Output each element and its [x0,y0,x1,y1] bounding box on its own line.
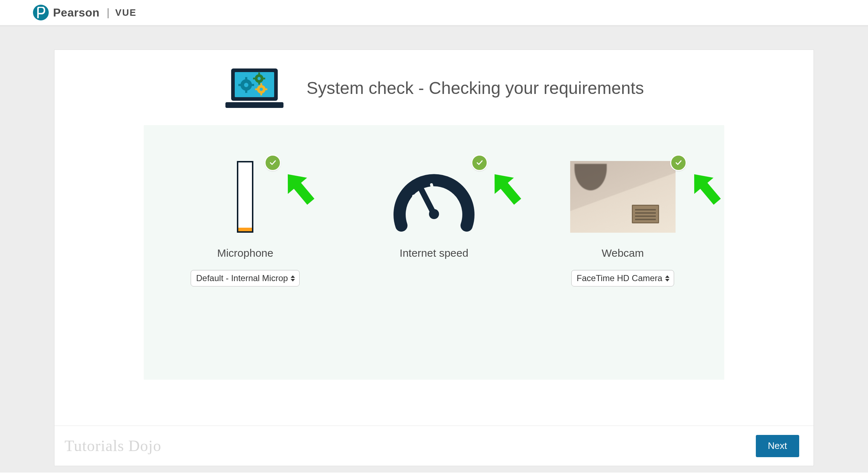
svg-rect-14 [263,78,265,80]
svg-line-26 [454,212,459,214]
title-row: System check - Checking your requirement… [54,66,814,109]
svg-point-16 [260,88,263,91]
check-webcam: Webcam FaceTime HD Camera [533,161,712,286]
svg-rect-12 [258,82,260,85]
app-header: Pearson | VUE [0,0,868,27]
gauge-icon [393,161,475,233]
microphone-label: Microphone [156,247,335,259]
svg-line-22 [410,213,415,215]
laptop-gears-icon [224,66,285,109]
svg-rect-5 [245,77,247,80]
svg-line-23 [414,196,418,200]
next-button[interactable]: Next [756,435,799,457]
svg-rect-8 [251,84,254,86]
pearson-p-icon [33,5,49,20]
page-title: System check - Checking your requirement… [306,78,644,98]
watermark-text: Tutorials Dojo [65,437,161,455]
check-microphone: Microphone Default - Internal Microp [156,161,335,286]
svg-rect-6 [245,90,247,93]
svg-rect-20 [265,89,267,90]
webcam-label: Webcam [533,247,712,259]
internet-label: Internet speed [344,247,524,259]
check-internet: Internet speed [344,161,524,286]
annotation-arrow-icon [277,168,324,211]
annotation-arrow-icon [484,168,531,211]
svg-line-24 [431,185,433,190]
svg-point-10 [258,77,261,80]
brand-logo: Pearson | VUE [33,5,137,20]
webcam-device-selected: FaceTime HD Camera [577,273,662,283]
internet-gauge-icon [344,161,524,233]
brand-suffix: VUE [115,7,137,18]
svg-line-25 [448,195,452,199]
annotation-arrow-icon [684,168,730,211]
svg-rect-11 [258,72,260,75]
brand-name: Pearson [53,6,100,19]
webcam-preview-wrap [533,161,712,233]
select-caret-icon [665,275,669,281]
webcam-preview [570,161,676,233]
card-footer: Tutorials Dojo Next [54,426,814,466]
card-body: System check - Checking your requirement… [54,50,814,426]
svg-rect-18 [261,93,262,95]
select-caret-icon [291,275,295,281]
microphone-level-fill [238,228,252,231]
svg-rect-19 [255,89,257,90]
microphone-device-select[interactable]: Default - Internal Microp [191,270,300,286]
microphone-device-selected: Default - Internal Microp [196,273,288,283]
svg-rect-13 [253,78,255,80]
microphone-level-bar [237,161,253,233]
main-card: System check - Checking your requirement… [54,49,814,466]
page-background: System check - Checking your requirement… [0,27,868,473]
svg-rect-2 [225,102,283,108]
brand-separator: | [107,6,110,19]
svg-point-4 [244,83,248,87]
svg-rect-7 [238,84,241,86]
webcam-device-select[interactable]: FaceTime HD Camera [571,270,674,286]
microphone-level-icon [156,161,335,233]
svg-rect-17 [261,83,262,85]
checks-panel: Microphone Default - Internal Microp [144,125,724,380]
